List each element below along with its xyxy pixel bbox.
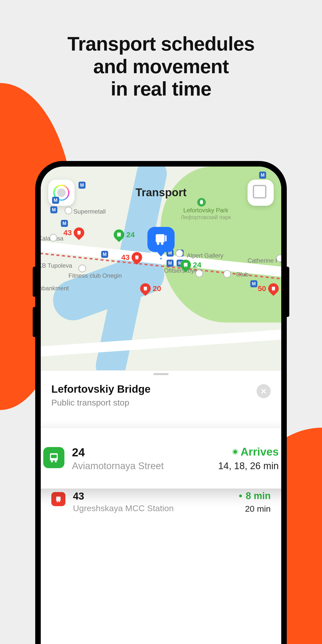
svg-point-20 <box>161 242 164 245</box>
route-number: 24 <box>72 446 211 459</box>
vehicle-pin-50[interactable]: 50 <box>258 283 279 294</box>
svg-rect-21 <box>165 235 167 241</box>
svg-rect-15 <box>272 287 275 290</box>
close-button[interactable] <box>257 384 271 398</box>
park-icon <box>197 198 206 207</box>
shop-icon <box>65 207 72 214</box>
sheet-header: Lefortovskiy Bridge Public transport sto… <box>41 371 281 415</box>
svg-point-8 <box>186 266 187 267</box>
layers-icon <box>255 187 266 198</box>
route-eta-times: 14, 18, 26 min <box>218 461 279 471</box>
museum-icon <box>176 250 183 257</box>
metro-icon <box>250 280 257 287</box>
close-icon <box>260 388 267 394</box>
drag-handle[interactable] <box>153 373 169 375</box>
svg-point-17 <box>274 290 275 291</box>
bus-icon <box>111 227 126 242</box>
vehicle-pin-43[interactable]: 43 <box>121 252 142 263</box>
vehicle-pin-24[interactable]: 24 <box>180 260 201 270</box>
vehicle-pin-24[interactable]: 24 <box>114 229 135 240</box>
stop-title: Lefortovskiy Bridge <box>51 383 150 395</box>
tram-icon <box>130 250 144 265</box>
live-indicator-icon <box>233 450 237 454</box>
map-title: Transport <box>41 186 281 199</box>
svg-rect-18 <box>156 234 165 243</box>
route-row-24-featured[interactable]: 24 Aviamotornaya Street Arrives 14, 18, … <box>41 428 281 489</box>
route-destination: Ugreshskaya MCC Station <box>73 503 231 513</box>
stop-location-dot <box>159 257 163 260</box>
svg-point-11 <box>137 259 138 260</box>
map-label-poi: Alpert Gallery <box>187 252 223 259</box>
map-label-poi: Club <box>236 271 249 278</box>
phone-power-button <box>286 267 289 317</box>
map-road <box>41 328 281 357</box>
svg-rect-3 <box>77 231 81 234</box>
vehicle-pin-20[interactable]: 20 <box>140 283 161 294</box>
map-label-poi: OKB Tupoleva <box>41 262 72 269</box>
coffee-icon <box>50 234 57 242</box>
headline-line3: in real time <box>0 78 322 100</box>
svg-point-30 <box>55 460 57 462</box>
svg-point-16 <box>272 290 273 291</box>
stop-subtitle: Public transport stop <box>51 398 150 408</box>
bus-icon <box>178 257 193 272</box>
map-label-park: Lefortovsky Park Лефортовский парк <box>181 207 231 221</box>
phone-screen: Transport Lefortovsky Park Лефортовский … <box>41 167 281 644</box>
map-label-poi: Fitness club Onegin <box>68 272 122 279</box>
route-number: 43 <box>73 491 231 502</box>
stop-icon <box>154 232 168 247</box>
map-label-poi: Embankment <box>41 285 69 292</box>
tram-icon <box>51 492 65 506</box>
svg-rect-28 <box>51 455 57 458</box>
metro-icon <box>50 206 57 213</box>
bottom-sheet[interactable]: Lefortovskiy Bridge Public transport sto… <box>41 370 281 644</box>
headline: Transport schedules and movement in real… <box>0 33 322 100</box>
svg-rect-0 <box>117 233 121 236</box>
svg-point-19 <box>157 242 159 245</box>
svg-rect-12 <box>144 287 147 290</box>
bus-icon <box>43 447 64 468</box>
svg-point-24 <box>59 501 60 502</box>
svg-point-4 <box>78 234 79 235</box>
svg-point-13 <box>144 290 145 291</box>
route-destination: Aviamotornaya Street <box>72 461 211 471</box>
svg-rect-22 <box>56 497 61 501</box>
svg-point-23 <box>57 501 58 502</box>
metro-icon <box>101 251 108 258</box>
vehicle-pin-43[interactable]: 43 <box>63 227 84 238</box>
svg-rect-6 <box>184 263 188 266</box>
layers-button[interactable] <box>248 180 274 206</box>
svg-point-14 <box>146 290 147 291</box>
tram-icon <box>266 281 281 296</box>
metro-icon <box>52 197 59 204</box>
route-eta-times: 20 min <box>239 504 271 514</box>
phone-vol-up <box>33 267 36 297</box>
svg-point-29 <box>51 460 53 462</box>
map-viewport[interactable]: Transport Lefortovsky Park Лефортовский … <box>41 167 281 370</box>
svg-point-10 <box>136 259 137 260</box>
svg-point-5 <box>79 234 80 235</box>
route-eta-status: • 8 min <box>239 491 271 501</box>
metro-icon <box>78 182 86 189</box>
map-label-poi: Supermetall <box>73 208 106 215</box>
svg-rect-9 <box>135 256 139 259</box>
coffee-icon <box>195 270 203 277</box>
metro-icon <box>61 220 68 227</box>
phone-frame: Transport Lefortovsky Park Лефортовский … <box>35 161 287 644</box>
metro-icon <box>259 172 266 179</box>
tram-icon <box>138 281 153 296</box>
selected-stop-pin[interactable] <box>147 227 175 252</box>
svg-point-2 <box>119 236 120 237</box>
hotel-icon <box>223 270 231 278</box>
gym-icon <box>78 265 86 272</box>
headline-line2: and movement <box>0 55 322 78</box>
route-eta-status: Arrives <box>218 446 279 458</box>
headline-line1: Transport schedules <box>0 33 322 55</box>
svg-point-7 <box>184 266 185 267</box>
phone-vol-down <box>33 307 36 337</box>
svg-point-1 <box>118 236 119 237</box>
metro-icon <box>167 260 174 267</box>
tram-icon <box>72 225 87 240</box>
